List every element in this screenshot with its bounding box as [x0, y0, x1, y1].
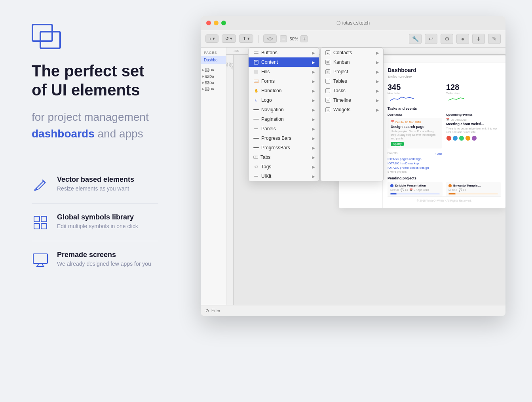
- layer-1[interactable]: ▶ 🖼 Da: [201, 67, 226, 73]
- add-project-button[interactable]: + Add: [435, 152, 442, 155]
- upcoming-col: Upcoming events 📅 08 Dec 2018 Meeting ab…: [446, 113, 501, 173]
- stat-number-2: 128: [446, 83, 501, 92]
- chevron-right-icon-3: ▶: [312, 70, 315, 74]
- menu-tags[interactable]: 🏷 Tags ▶: [249, 162, 319, 171]
- zoom-value: 50%: [289, 36, 298, 41]
- chevron-right-icon-2: ▶: [312, 60, 315, 65]
- menu-forms[interactable]: Forms ▶: [249, 76, 319, 86]
- due-tasks-col: Due tasks 📅 Due to: 08 Dec 2018 Design s…: [388, 113, 442, 173]
- tags-icon: 🏷: [253, 164, 259, 170]
- menu-uikit[interactable]: UiKit ▶: [249, 171, 319, 181]
- add-button[interactable]: + ▾: [205, 34, 218, 43]
- stat-tasks-done: 128 Tasks done: [446, 83, 501, 103]
- avatar-group: [446, 135, 501, 141]
- project-3[interactable]: IOTASK promo blocks design: [388, 166, 442, 170]
- close-button[interactable]: [206, 21, 211, 25]
- preview-button[interactable]: ◁▷: [263, 34, 277, 43]
- history-icon[interactable]: ↩: [425, 34, 437, 44]
- logo-icon-sm: io: [253, 97, 259, 103]
- menu-panels[interactable]: Panels ▶: [249, 124, 319, 133]
- menu-logo[interactable]: io Logo ▶: [249, 95, 319, 105]
- more-projects[interactable]: 5 More projects: [388, 170, 442, 173]
- share2-icon[interactable]: ✎: [488, 34, 501, 44]
- submenu-kanban[interactable]: ⊞ Kanban ▶: [321, 57, 383, 67]
- zoom-in-button[interactable]: +: [300, 35, 308, 42]
- menu-progress-bars[interactable]: Progress Bars ▶: [249, 133, 319, 143]
- fills-icon: [253, 69, 259, 74]
- zoom-out-button[interactable]: −: [280, 35, 287, 42]
- tables-sub-icon: [325, 79, 330, 84]
- menu-content[interactable]: Content ▶: [249, 57, 319, 67]
- svg-rect-7: [33, 254, 48, 263]
- symbols-icon: [32, 214, 49, 231]
- maximize-button[interactable]: [221, 21, 226, 25]
- menu-progressbars2[interactable]: ProgressBars ▶: [249, 143, 319, 152]
- filter-label[interactable]: Filter: [211, 309, 220, 313]
- page-item-dashboard[interactable]: Dashbo: [201, 56, 226, 64]
- submenu-panel: ● Contacts ▶ ⊞ Kanban ▶: [320, 48, 384, 181]
- due-tasks-header: Due tasks: [388, 113, 442, 116]
- settings-icon[interactable]: ⚙: [441, 34, 453, 44]
- features-list: Vector based elements Resize elements as…: [32, 166, 158, 278]
- chevron-right-icon: ▶: [312, 51, 315, 55]
- submenu-tasks[interactable]: Tasks ▶: [321, 86, 383, 95]
- pending-card-1: Dribble Presentation ☑ 5/38 💬 14 📅 27 Ap…: [388, 182, 443, 196]
- task-card: 📅 Due to: 08 Dec 2018 Design search page…: [388, 118, 442, 149]
- forms-icon: [253, 78, 259, 84]
- canvas-area: -200 0 200 400 600 800 400 600 800 1,000: [226, 48, 505, 305]
- pages-header: PAGES: [201, 48, 226, 56]
- event-card: 📅 08 Dec 2018 Meeting about websi... The…: [446, 118, 501, 141]
- svg-line-8: [37, 263, 39, 267]
- color-icon[interactable]: ●: [456, 34, 469, 44]
- pending-dot-2: [448, 184, 452, 187]
- spotify-badge[interactable]: Spotify: [391, 142, 404, 146]
- buttons-icon: [253, 50, 259, 55]
- menu-tabs[interactable]: T Tabs ▶: [249, 152, 319, 162]
- layer-3[interactable]: ▶ 🖼 Da: [201, 80, 226, 86]
- export-icon[interactable]: ⬇: [472, 34, 485, 44]
- project-2[interactable]: IOTASK html5 markup: [388, 162, 442, 165]
- submenu-project[interactable]: ≡ Project ▶: [321, 67, 383, 76]
- feature-screens: Premade screens We already designed few …: [32, 241, 158, 278]
- nav-icon: [253, 107, 259, 112]
- chevron-right-icon-7: ▶: [312, 108, 315, 112]
- svg-rect-6: [41, 223, 47, 229]
- submenu-tables[interactable]: Tables ▶: [321, 76, 383, 86]
- avatar-4: [465, 135, 471, 141]
- submenu-contacts[interactable]: ● Contacts ▶: [321, 48, 383, 57]
- menu-handicon[interactable]: ✋ HandIcon ▶: [249, 86, 319, 95]
- project-1[interactable]: IOTASK pages redesign: [388, 157, 442, 161]
- sketch-file-icon: ⬡: [336, 20, 340, 26]
- traffic-lights: [206, 21, 226, 25]
- pending-name-1: Dribble Presentation: [395, 184, 426, 187]
- menu-fills[interactable]: Fills ▶: [249, 67, 319, 76]
- task-due-label: 📅 Due to: 08 Dec 2018: [391, 120, 439, 124]
- svg-rect-4: [41, 216, 47, 222]
- pending-projects: Dribble Presentation ☑ 5/38 💬 14 📅 27 Ap…: [388, 182, 501, 196]
- menu-pagination[interactable]: Pagination ▶: [249, 114, 319, 124]
- task-desc: I hate peeping Toms. For one thing they …: [391, 130, 439, 140]
- hero-title: The perfect set of UI elements: [32, 61, 158, 99]
- chevron-tables: ▶: [376, 79, 379, 84]
- pencil-icon: [32, 176, 49, 194]
- stat-label-1: New tasks: [388, 92, 442, 95]
- layer-2[interactable]: ▶ 🖼 Da: [201, 73, 226, 80]
- svg-line-9: [42, 263, 44, 267]
- share-button[interactable]: ⬆▾: [239, 34, 253, 43]
- submenu-widgets[interactable]: □ Widgets ▶: [321, 105, 383, 114]
- chevron-tasks: ▶: [376, 89, 379, 93]
- feature-vector-title: Vector based elements: [57, 175, 134, 184]
- layer-4[interactable]: ▶ 🖼 Da: [201, 86, 226, 92]
- chevron-project: ▶: [376, 70, 379, 74]
- feature-screens-desc: We already designed few apps for you: [57, 261, 151, 267]
- edit-button[interactable]: ↺▾: [222, 34, 236, 43]
- tools-icon[interactable]: 🔧: [409, 34, 422, 44]
- event-desc: There is no better advertisement. It is …: [446, 127, 501, 134]
- chevron-right-icon-5: ▶: [312, 89, 315, 93]
- dashboard-footer: © 2018 WhiteOnWhite · All Rights Reserve…: [388, 196, 501, 204]
- menu-buttons[interactable]: Buttons ▶: [249, 48, 319, 57]
- menu-navigation[interactable]: Navigation ▶: [249, 105, 319, 114]
- minimize-button[interactable]: [214, 21, 218, 25]
- feature-vector: Vector based elements Resize elements as…: [32, 166, 158, 204]
- submenu-timeline[interactable]: ··· Timeline ▶: [321, 95, 383, 105]
